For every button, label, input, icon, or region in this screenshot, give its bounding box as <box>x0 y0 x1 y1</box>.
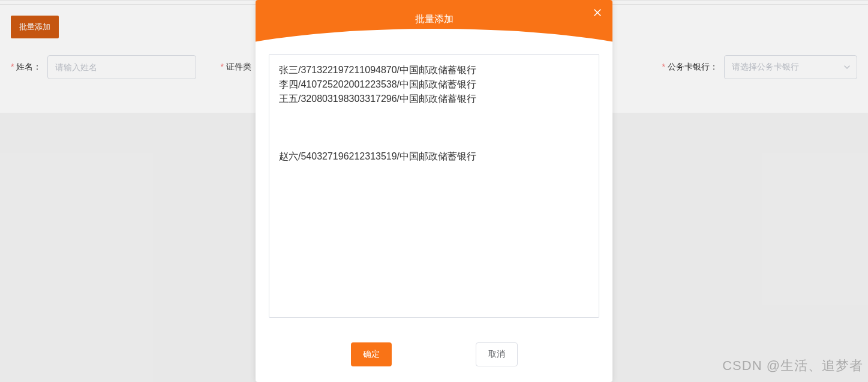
modal-overlay[interactable]: 批量添加 确定 取消 <box>0 0 868 382</box>
modal-header: 批量添加 <box>256 0 612 47</box>
modal-footer: 确定 取消 <box>256 332 612 381</box>
close-icon[interactable] <box>593 8 602 19</box>
confirm-button[interactable]: 确定 <box>351 342 392 366</box>
modal-body <box>256 47 612 332</box>
cancel-button[interactable]: 取消 <box>476 342 518 366</box>
batch-textarea[interactable] <box>269 54 599 318</box>
modal-title: 批量添加 <box>415 14 453 24</box>
batch-add-modal: 批量添加 确定 取消 <box>256 0 612 382</box>
